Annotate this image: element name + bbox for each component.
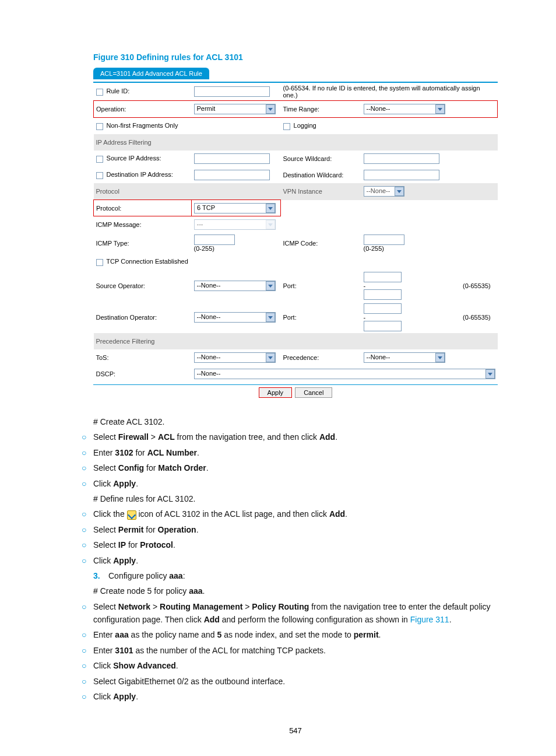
dst-wildcard-label: Destination Wildcard:	[281, 167, 361, 183]
vpn-instance-label: VPN Instance	[281, 183, 361, 200]
instr-line: # Create ACL 3102.	[93, 415, 498, 428]
edit-icon	[127, 510, 136, 520]
dst-ip-checkbox[interactable]	[96, 172, 103, 179]
src-operator-select[interactable]: --None--	[194, 281, 276, 291]
non-first-fragments-label: Non-first Fragments Only	[107, 122, 178, 129]
instr-line: ○Select GigabitEthernet 0/2 as the outbo…	[93, 675, 498, 688]
protocol-label: Protocol:	[94, 200, 192, 216]
instr-line: ○Enter 3101 as the number of the ACL for…	[93, 644, 498, 657]
instr-line: # Create node 5 for policy aaa.	[93, 584, 498, 597]
instr-line: ○Click Apply.	[93, 690, 498, 703]
instr-line: ○Click the icon of ACL 3102 in the ACL l…	[93, 508, 498, 520]
src-port-label: Port:	[281, 270, 361, 302]
time-range-label: Time Range:	[281, 101, 361, 118]
non-first-fragments-checkbox[interactable]	[96, 123, 103, 130]
icmp-type-label: ICMP Type:	[94, 233, 192, 254]
instr-line: ○Click Show Advanced.	[93, 659, 498, 672]
tcp-established-checkbox[interactable]	[96, 259, 103, 266]
icmp-type-input[interactable]	[194, 235, 235, 245]
time-range-select[interactable]: --None--	[364, 104, 445, 114]
precedence-label: Precedence:	[281, 349, 361, 366]
vpn-instance-select[interactable]: --None--	[364, 186, 404, 197]
src-ip-checkbox[interactable]	[96, 156, 103, 163]
logging-label: Logging	[294, 122, 316, 129]
icmp-msg-label: ICMP Message:	[94, 216, 192, 233]
dst-port-b-input[interactable]	[364, 321, 402, 331]
rule-id-input[interactable]	[194, 86, 270, 97]
instr-line: ○Select Network > Routing Management > P…	[93, 600, 498, 626]
tab-add-acl-rule[interactable]: ACL=3101 Add Advanced ACL Rule	[93, 68, 209, 79]
instr-line: ○Select Config for Match Order.	[93, 461, 498, 474]
src-port-range: (0-65535)	[460, 270, 498, 302]
rule-id-checkbox[interactable]	[96, 89, 103, 96]
icmp-code-label: ICMP Code:	[281, 233, 361, 254]
protocol-select[interactable]: 6 TCP	[194, 203, 276, 214]
dst-port-a-input[interactable]	[364, 303, 402, 314]
instr-line: ○Click Apply.	[93, 554, 498, 567]
protocol-header: Protocol	[94, 183, 281, 200]
icmp-type-range: (0-255)	[194, 245, 214, 252]
dst-wildcard-input[interactable]	[364, 170, 439, 180]
dst-operator-select[interactable]: --None--	[194, 312, 276, 323]
precedence-select[interactable]: --None--	[364, 352, 445, 363]
dst-ip-input[interactable]	[194, 170, 270, 180]
apply-button[interactable]: Apply	[259, 387, 293, 398]
tab-bar: ACL=3101 Add Advanced ACL Rule	[93, 68, 498, 83]
tos-label: ToS:	[94, 349, 192, 366]
acl-form: Rule ID: (0-65534. If no rule ID is ente…	[93, 83, 498, 382]
rule-id-note: (0-65534. If no rule ID is entered, the …	[281, 83, 498, 101]
src-port-a-input[interactable]	[364, 272, 402, 282]
dst-ip-label: Destination IP Address:	[107, 171, 173, 178]
rule-id-label: Rule ID:	[107, 88, 130, 94]
src-wildcard-label: Source Wildcard:	[281, 150, 361, 167]
instr-line: # Define rules for ACL 3102.	[93, 492, 498, 505]
figure-title: Figure 310 Defining rules for ACL 3101	[93, 52, 498, 62]
operation-select[interactable]: Permit	[194, 104, 276, 114]
instructions: # Create ACL 3102. ○Select Firewall > AC…	[93, 415, 498, 703]
src-port-b-input[interactable]	[364, 289, 402, 300]
src-operator-label: Source Operator:	[94, 270, 192, 302]
dst-operator-label: Destination Operator:	[94, 302, 192, 333]
src-ip-input[interactable]	[194, 153, 270, 164]
dscp-select[interactable]: --None--	[194, 369, 495, 379]
icmp-code-range: (0-255)	[364, 245, 384, 252]
instr-line: ○Select Firewall > ACL from the navigati…	[93, 430, 498, 443]
icmp-msg-select: ---	[194, 219, 276, 230]
instr-line: ○Select Permit for Operation.	[93, 523, 498, 536]
instr-line: ○Select IP for Protocol.	[93, 538, 498, 551]
instr-line: ○Click Apply.	[93, 477, 498, 490]
src-wildcard-input[interactable]	[364, 153, 439, 164]
instr-line: ○Enter 3102 for ACL Number.	[93, 446, 498, 459]
tos-select[interactable]: --None--	[194, 352, 276, 363]
instr-line: ○Enter aaa as the policy name and 5 as n…	[93, 628, 498, 641]
figure-311-link[interactable]: Figure 311	[410, 615, 449, 624]
precedence-header: Precedence Filtering	[94, 333, 498, 349]
ip-filtering-header: IP Address Filtering	[94, 134, 498, 150]
dst-port-range: (0-65535)	[460, 302, 498, 333]
step-3: 3.Configure policy aaa:	[108, 569, 498, 582]
cancel-button[interactable]: Cancel	[295, 387, 332, 398]
dscp-label: DSCP:	[94, 366, 192, 382]
screenshot: ACL=3101 Add Advanced ACL Rule Rule ID: …	[93, 68, 498, 398]
src-ip-label: Source IP Address:	[107, 155, 161, 162]
icmp-code-input[interactable]	[364, 235, 404, 245]
dst-port-label: Port:	[281, 302, 361, 333]
page-number: 547	[93, 726, 498, 735]
tcp-established-label: TCP Connection Established	[106, 258, 188, 265]
operation-label: Operation:	[94, 101, 192, 118]
button-row: Apply Cancel	[93, 384, 498, 398]
logging-checkbox[interactable]	[283, 123, 290, 130]
